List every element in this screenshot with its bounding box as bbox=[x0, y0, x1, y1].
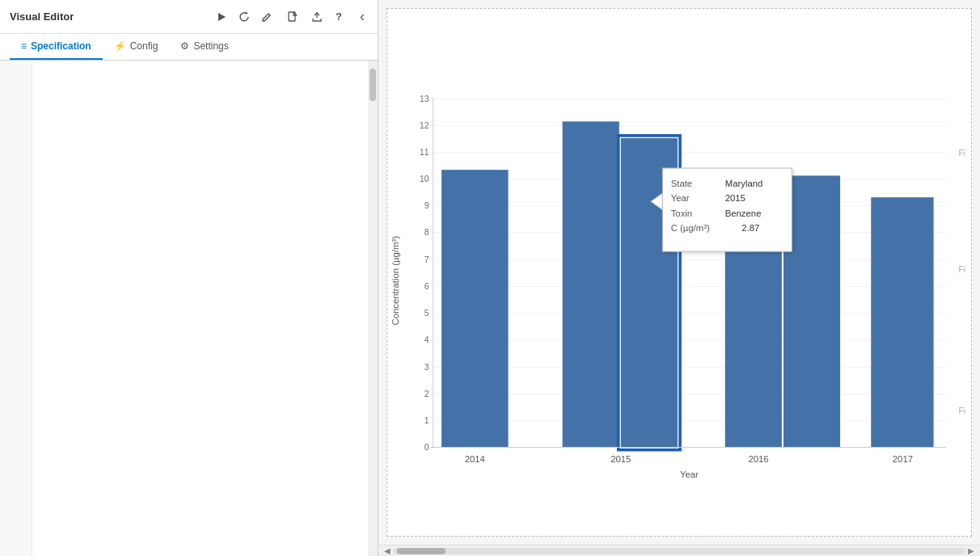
tab-specification[interactable]: ≡ Specification bbox=[10, 34, 103, 60]
svg-text:2014: 2014 bbox=[465, 454, 485, 464]
refresh-button[interactable] bbox=[235, 10, 253, 24]
svg-text:State: State bbox=[671, 179, 692, 188]
svg-text:2016: 2016 bbox=[748, 454, 768, 464]
svg-text:12: 12 bbox=[420, 121, 429, 130]
bar-2017 bbox=[871, 197, 933, 447]
tabs: ≡ Specification ⚡ Config ⚙ Settings bbox=[0, 34, 378, 61]
horizontal-scroll-track[interactable] bbox=[393, 548, 965, 554]
new-file-button[interactable] bbox=[284, 10, 302, 24]
panel-header: Visual Editor ? bbox=[0, 0, 378, 34]
y-axis-label: Concentration (µg/m³) bbox=[391, 236, 400, 326]
svg-text:0: 0 bbox=[425, 443, 429, 452]
line-numbers bbox=[0, 61, 32, 556]
right-panel: Concentration (µg/m³) 0 1 bbox=[378, 0, 980, 556]
svg-text:Maryland: Maryland bbox=[725, 179, 763, 188]
svg-text:2015: 2015 bbox=[725, 193, 746, 203]
bar-2015a bbox=[563, 121, 619, 447]
svg-text:13: 13 bbox=[420, 95, 429, 103]
svg-text:C (µg/m³): C (µg/m³) bbox=[671, 223, 710, 233]
scrollbar-thumb[interactable] bbox=[370, 69, 376, 101]
code-editor[interactable] bbox=[0, 61, 378, 556]
svg-text:7: 7 bbox=[425, 255, 429, 264]
svg-text:8: 8 bbox=[425, 228, 429, 237]
bottom-scrollbar[interactable]: ◀ ▶ bbox=[378, 545, 980, 556]
bar-2014 bbox=[441, 170, 509, 447]
svg-text:2015: 2015 bbox=[610, 454, 631, 464]
panel-toolbar-left: Visual Editor bbox=[10, 11, 74, 23]
vertical-scrollbar[interactable] bbox=[368, 61, 378, 556]
svg-text:10: 10 bbox=[420, 175, 429, 183]
svg-text:6: 6 bbox=[425, 282, 429, 291]
svg-marker-0 bbox=[218, 13, 226, 21]
side-label-2: Fi bbox=[959, 265, 966, 274]
chart-svg: Concentration (µg/m³) 0 1 bbox=[387, 9, 971, 536]
collapse-button[interactable]: ‹ bbox=[357, 6, 368, 27]
svg-text:Benzene: Benzene bbox=[725, 208, 762, 218]
code-content[interactable] bbox=[32, 61, 378, 556]
svg-text:Toxin: Toxin bbox=[671, 208, 692, 218]
export-button[interactable] bbox=[308, 10, 326, 24]
svg-text:2.87: 2.87 bbox=[741, 223, 759, 233]
play-button[interactable] bbox=[213, 10, 230, 24]
chart-svg-area: Concentration (µg/m³) 0 1 bbox=[387, 9, 971, 536]
svg-text:1: 1 bbox=[425, 416, 429, 425]
panel-title: Visual Editor bbox=[10, 11, 74, 23]
svg-text:9: 9 bbox=[425, 201, 429, 210]
svg-text:5: 5 bbox=[425, 309, 429, 318]
side-label-3: Fi bbox=[959, 406, 966, 415]
help-button[interactable]: ? bbox=[332, 9, 345, 24]
svg-text:2: 2 bbox=[425, 390, 429, 398]
tab-config[interactable]: ⚡ Config bbox=[103, 34, 170, 60]
side-label-1: Fi bbox=[959, 149, 966, 158]
edit-button[interactable] bbox=[258, 10, 276, 24]
left-panel: Visual Editor ? bbox=[0, 0, 378, 556]
svg-text:4: 4 bbox=[425, 335, 429, 344]
svg-text:2017: 2017 bbox=[893, 454, 913, 464]
tab-settings[interactable]: ⚙ Settings bbox=[169, 34, 239, 60]
x-axis-labels: 2014 2015 2016 2017 bbox=[465, 454, 913, 464]
x-axis-title: Year bbox=[680, 470, 699, 479]
chart-inner: Concentration (µg/m³) 0 1 bbox=[387, 8, 972, 537]
svg-text:11: 11 bbox=[420, 148, 429, 157]
tooltip-group: State Maryland Year 2015 Toxin Benzene C… bbox=[651, 168, 792, 251]
svg-text:3: 3 bbox=[425, 363, 429, 372]
svg-text:Year: Year bbox=[671, 193, 690, 203]
horizontal-scroll-thumb[interactable] bbox=[397, 548, 446, 554]
chart-container: Concentration (µg/m³) 0 1 bbox=[378, 0, 980, 545]
